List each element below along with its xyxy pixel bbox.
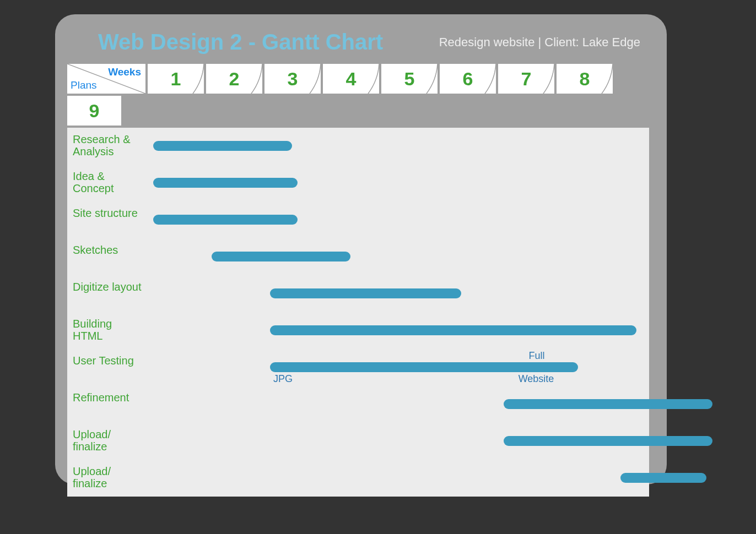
gantt-bar: [270, 288, 461, 298]
grid-cell: [145, 312, 202, 349]
week-number: 1: [148, 64, 204, 94]
grid-cell: [370, 128, 426, 165]
annotation-jpg: JPG: [273, 373, 293, 385]
gantt-grid: Weeks Plans 1 2 3 4 5 6 7 8 9 Research &…: [67, 64, 651, 497]
grid-cell: [202, 386, 258, 423]
grid-cell: [145, 386, 202, 423]
task-label: Upload/ finalize: [67, 423, 145, 453]
grid-cell: [539, 238, 595, 275]
week-header-2: 2: [206, 64, 262, 94]
gantt-rows: Research & AnalysisIdea & ConceptSite st…: [67, 94, 651, 497]
task-label: Site structure: [67, 201, 145, 219]
gantt-row: Upload/ finalize: [67, 460, 651, 497]
gantt-bar: [212, 252, 350, 261]
grid-cell: [539, 128, 595, 165]
grid-cell: [426, 201, 483, 238]
grid-cell: [426, 460, 483, 497]
grid-cell: [314, 386, 370, 423]
week-header-3: 3: [264, 64, 321, 94]
grid-cell: [258, 460, 314, 497]
grid-cell: [483, 128, 539, 165]
grid-cell: [314, 128, 370, 165]
grid-cell: [202, 460, 258, 497]
grid-cell: [370, 201, 426, 238]
grid-cell: [370, 165, 426, 201]
gantt-row: Refinement: [67, 386, 651, 423]
grid-cell: [426, 128, 483, 165]
grid-cell: [202, 312, 258, 349]
task-label: Upload/ finalize: [67, 460, 145, 489]
annotation-website: Website: [506, 373, 566, 385]
grid-cell: [595, 201, 649, 238]
week-header-5: 5: [381, 64, 438, 94]
week-header-8: 8: [557, 64, 613, 94]
gantt-row: User TestingJPGFullWebsite: [67, 349, 651, 386]
chart-card: Web Design 2 - Gantt Chart Redesign webs…: [55, 14, 667, 484]
grid-cell: [595, 165, 649, 201]
grid-cell: [483, 460, 539, 497]
chart-subtitle: Redesign website | Client: Lake Edge: [439, 35, 640, 50]
task-label-cell: Building HTML: [67, 312, 145, 349]
task-label: Sketches: [67, 238, 145, 256]
task-label: Idea & Concept: [67, 165, 145, 194]
grid-cell: [539, 165, 595, 201]
grid-cell: [483, 238, 539, 275]
task-label: Research & Analysis: [67, 128, 145, 157]
week-number: 9: [67, 96, 121, 126]
grid-cell: [539, 275, 595, 312]
grid-cell: [426, 165, 483, 201]
gantt-row: Building HTML: [67, 312, 651, 349]
task-label-cell: Site structure: [67, 201, 145, 238]
header-row: Weeks Plans 1 2 3 4 5 6 7 8 9: [67, 64, 651, 94]
grid-cell: [145, 275, 202, 312]
gantt-row: Sketches: [67, 238, 651, 275]
grid-cell: [370, 238, 426, 275]
grid-cell: [145, 349, 202, 386]
grid-cell: [595, 275, 649, 312]
task-label: Refinement: [67, 386, 145, 404]
grid-cell: [370, 460, 426, 497]
weeks-axis-label: Weeks: [108, 66, 141, 78]
plans-axis-label: Plans: [71, 79, 97, 91]
week-number: 8: [557, 64, 613, 94]
task-label: User Testing: [67, 349, 145, 367]
grid-cell: [258, 386, 314, 423]
task-label-cell: Upload/ finalize: [67, 423, 145, 460]
grid-cell: [370, 423, 426, 460]
week-header-7: 7: [498, 64, 554, 94]
gantt-bar: [153, 215, 298, 225]
task-label-cell: Idea & Concept: [67, 165, 145, 201]
gantt-bar: [504, 436, 712, 446]
week-number: 2: [206, 64, 262, 94]
task-label-cell: Research & Analysis: [67, 128, 145, 165]
grid-cell: [258, 423, 314, 460]
annotation-full: Full: [515, 350, 559, 362]
grid-cell: [426, 238, 483, 275]
chart-header: Web Design 2 - Gantt Chart Redesign webs…: [55, 14, 667, 64]
gantt-row: Upload/ finalize: [67, 423, 651, 460]
gantt-bar: [153, 178, 298, 188]
task-label-cell: Digitize layout: [67, 275, 145, 312]
axis-corner-cell: Weeks Plans: [67, 64, 145, 94]
grid-cell: [314, 201, 370, 238]
grid-cell: [595, 128, 649, 165]
week-number: 3: [264, 64, 321, 94]
grid-cell: [426, 423, 483, 460]
grid-cell: [595, 238, 649, 275]
gantt-bar: [620, 473, 706, 483]
gantt-bar: [270, 325, 636, 335]
gantt-row: Idea & Concept: [67, 165, 651, 201]
grid-cell: [483, 201, 539, 238]
week-number: 6: [440, 64, 496, 94]
grid-cell: [202, 423, 258, 460]
gantt-row: Digitize layout: [67, 275, 651, 312]
grid-cell: [202, 275, 258, 312]
week-header-9: 9: [67, 96, 121, 126]
grid-cell: [314, 423, 370, 460]
task-label-cell: Refinement: [67, 386, 145, 423]
grid-cell: [426, 386, 483, 423]
gantt-bar: [504, 399, 712, 409]
grid-cell: [202, 349, 258, 386]
task-label: Digitize layout: [67, 275, 145, 293]
grid-cell: [539, 460, 595, 497]
